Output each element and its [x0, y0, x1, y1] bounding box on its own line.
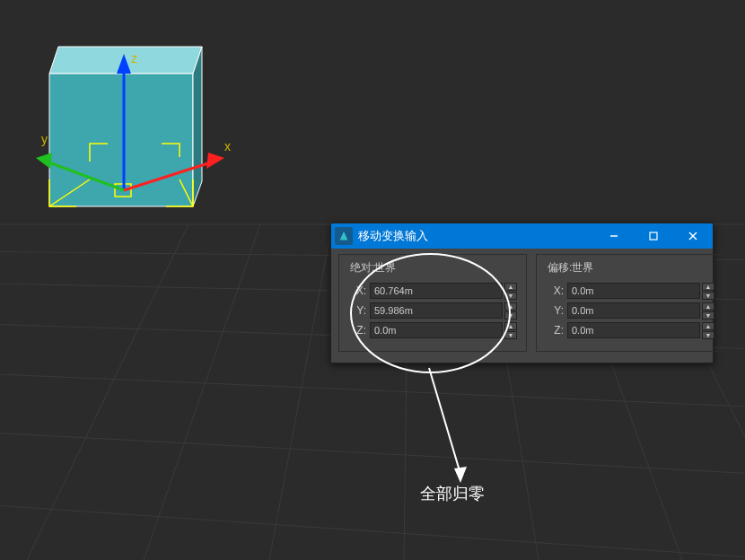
offset-y-spinner[interactable]: ▲ ▼ [567, 302, 714, 319]
svg-line-8 [144, 224, 260, 560]
absolute-z-down[interactable]: ▼ [504, 331, 517, 339]
offset-x-input[interactable] [567, 283, 700, 299]
svg-rect-24 [650, 232, 657, 240]
dialog-titlebar[interactable]: 移动变换输入 [331, 223, 713, 249]
offset-x-label: X: [546, 284, 564, 297]
offset-x-up[interactable]: ▲ [702, 283, 714, 291]
offset-z-label: Z: [546, 324, 564, 337]
absolute-y-spinner[interactable]: ▲ ▼ [370, 302, 517, 319]
move-transform-dialog[interactable]: 移动变换输入 绝对:世界 X: ▲ [330, 223, 714, 363]
offset-z-down[interactable]: ▼ [702, 331, 714, 339]
absolute-world-group: 绝对:世界 X: ▲ ▼ Y: [338, 254, 527, 352]
offset-y-up[interactable]: ▲ [702, 302, 714, 311]
absolute-y-down[interactable]: ▼ [504, 311, 517, 319]
offset-world-group: 偏移:世界 X: ▲ ▼ Y: [536, 254, 724, 352]
viewport-3d[interactable]: x y z 移动变换输入 绝对:世界 X: [0, 0, 745, 560]
svg-line-4 [0, 372, 745, 408]
absolute-x-input[interactable] [370, 283, 503, 299]
absolute-y-label: Y: [348, 304, 366, 317]
dialog-body: 绝对:世界 X: ▲ ▼ Y: [331, 249, 713, 363]
absolute-z-spinner[interactable]: ▲ ▼ [370, 322, 517, 338]
svg-marker-16 [193, 47, 202, 206]
maximize-button[interactable] [634, 223, 673, 249]
offset-y-label: Y: [546, 304, 564, 317]
app-icon [335, 227, 353, 245]
svg-line-7 [27, 224, 188, 560]
svg-marker-15 [49, 74, 193, 206]
offset-z-up[interactable]: ▲ [702, 322, 714, 330]
offset-y-down[interactable]: ▼ [702, 311, 714, 319]
offset-z-input[interactable] [567, 322, 700, 338]
axis-label-y: y [41, 132, 48, 146]
absolute-y-up[interactable]: ▲ [504, 302, 517, 311]
offset-x-down[interactable]: ▼ [702, 292, 714, 300]
close-button[interactable] [673, 223, 713, 249]
svg-marker-22 [36, 153, 52, 169]
absolute-y-input[interactable] [370, 302, 503, 319]
absolute-x-label: X: [348, 284, 366, 297]
annotation-text: 全部归零 [420, 483, 485, 504]
svg-line-6 [0, 503, 745, 560]
dialog-title: 移动变换输入 [358, 228, 594, 244]
absolute-z-label: Z: [348, 324, 366, 337]
absolute-z-input[interactable] [370, 322, 503, 338]
absolute-world-title: 绝对:世界 [350, 260, 517, 276]
axis-label-z: z [131, 51, 137, 66]
absolute-z-up[interactable]: ▲ [504, 322, 517, 330]
offset-x-spinner[interactable]: ▲ ▼ [567, 283, 714, 299]
svg-line-5 [0, 431, 745, 476]
absolute-x-down[interactable]: ▼ [504, 292, 517, 300]
offset-y-input[interactable] [567, 302, 700, 319]
axis-label-x: x [224, 139, 231, 153]
offset-world-title: 偏移:世界 [548, 260, 714, 276]
absolute-x-up[interactable]: ▲ [504, 283, 517, 291]
svg-line-9 [269, 224, 332, 560]
absolute-x-spinner[interactable]: ▲ ▼ [370, 283, 517, 299]
svg-marker-21 [206, 153, 224, 169]
offset-z-spinner[interactable]: ▲ ▼ [567, 322, 714, 338]
minimize-button[interactable] [594, 223, 634, 249]
